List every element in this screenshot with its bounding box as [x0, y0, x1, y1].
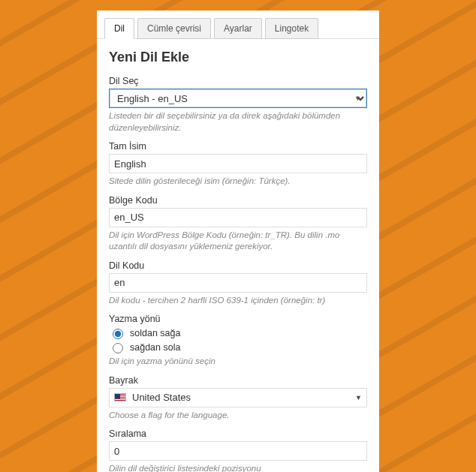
- label-bolge-kodu: Bölge Kodu: [109, 192, 367, 206]
- help-bayrak: Choose a flag for the language.: [109, 410, 367, 422]
- field-yazma-yonu: Yazma yönü soldan sağa sağdan sola Dil i…: [109, 311, 367, 368]
- help-dil-sec: Listeden bir dil seçebilirsiniz ya da di…: [109, 110, 367, 134]
- tabs: Dil Cümle çevrisi Ayarlar Lingotek: [97, 11, 379, 39]
- field-bayrak: Bayrak United States ▼ Choose a flag for…: [109, 372, 367, 422]
- help-siralama: Dilin dil değiştirici listesindeki pozis…: [109, 463, 367, 472]
- tab-ayarlar[interactable]: Ayarlar: [214, 18, 262, 39]
- label-dil-sec: Dil Seç: [109, 73, 367, 86]
- chevron-down-icon: ▼: [355, 394, 362, 401]
- label-dil-kodu: Dil Kodu: [109, 257, 367, 271]
- flag-us-icon: [114, 393, 126, 401]
- input-tam-isim[interactable]: [109, 154, 367, 173]
- help-yazma-yonu: Dil için yazma yönünü seçin: [109, 356, 367, 368]
- form-body: Yeni Dil Ekle Dil Seç English - en_US ▼ …: [97, 39, 379, 472]
- select-bayrak[interactable]: United States ▼: [109, 388, 367, 407]
- select-bayrak-value: United States: [132, 392, 191, 403]
- help-dil-kodu: Dil kodu - tercihen 2 harfli ISO 639-1 i…: [109, 295, 367, 307]
- label-yazma-yonu: Yazma yönü: [109, 311, 367, 324]
- tab-cumle-cevrisi[interactable]: Cümle çevrisi: [137, 18, 211, 39]
- field-dil-sec: Dil Seç English - en_US ▼ Listeden bir d…: [109, 73, 367, 134]
- label-tam-isim: Tam İsim: [109, 138, 367, 152]
- input-dil-kodu[interactable]: [109, 273, 367, 293]
- field-dil-kodu: Dil Kodu Dil kodu - tercihen 2 harfli IS…: [109, 257, 367, 307]
- help-bolge-kodu: Dil için WordPress Bölge Kodu (örneğin: …: [109, 230, 367, 253]
- radio-rtl[interactable]: [113, 343, 123, 353]
- tab-lingotek[interactable]: Lingotek: [265, 18, 318, 39]
- select-dil-sec[interactable]: English - en_US: [109, 89, 367, 108]
- page-title: Yeni Dil Ekle: [109, 50, 367, 65]
- radio-ltr-label: soldan sağa: [130, 328, 180, 338]
- input-bolge-kodu[interactable]: [109, 208, 367, 227]
- label-bayrak: Bayrak: [109, 372, 367, 386]
- field-bolge-kodu: Bölge Kodu Dil için WordPress Bölge Kodu…: [109, 192, 367, 253]
- language-settings-panel: Dil Cümle çevrisi Ayarlar Lingotek Yeni …: [97, 11, 379, 472]
- tab-dil[interactable]: Dil: [104, 18, 134, 39]
- radio-ltr[interactable]: [113, 329, 123, 339]
- field-tam-isim: Tam İsim Sitede dilin gösterileceği isim…: [109, 138, 367, 188]
- field-siralama: Sıralama Dilin dil değiştirici listesind…: [109, 425, 367, 472]
- input-siralama[interactable]: [109, 441, 367, 461]
- label-siralama: Sıralama: [109, 425, 367, 439]
- radio-rtl-label: sağdan sola: [130, 342, 180, 353]
- help-tam-isim: Sitede dilin gösterileceği isim (örneğin…: [109, 176, 367, 188]
